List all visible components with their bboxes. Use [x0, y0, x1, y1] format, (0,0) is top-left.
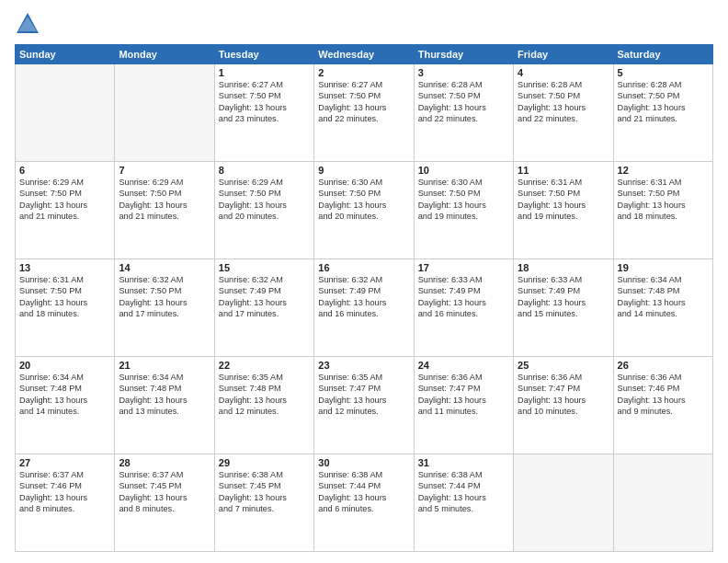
day-info: Sunrise: 6:33 AM Sunset: 7:49 PM Dayligh… — [518, 274, 609, 320]
weekday-header-monday: Monday — [115, 45, 214, 64]
calendar-cell: 13Sunrise: 6:31 AM Sunset: 7:50 PM Dayli… — [16, 259, 115, 357]
calendar-cell: 29Sunrise: 6:38 AM Sunset: 7:45 PM Dayli… — [214, 454, 313, 552]
calendar-cell: 12Sunrise: 6:31 AM Sunset: 7:50 PM Dayli… — [613, 162, 712, 259]
calendar-cell: 25Sunrise: 6:36 AM Sunset: 7:47 PM Dayli… — [514, 357, 613, 454]
weekday-header-row: SundayMondayTuesdayWednesdayThursdayFrid… — [16, 45, 713, 64]
day-info: Sunrise: 6:29 AM Sunset: 7:50 PM Dayligh… — [19, 177, 110, 223]
day-number: 24 — [418, 360, 509, 371]
day-number: 12 — [618, 165, 709, 176]
day-number: 1 — [219, 67, 310, 78]
weekday-header-friday: Friday — [514, 45, 613, 64]
day-number: 7 — [119, 165, 210, 176]
day-number: 4 — [518, 67, 609, 78]
day-info: Sunrise: 6:32 AM Sunset: 7:49 PM Dayligh… — [219, 274, 310, 320]
day-info: Sunrise: 6:29 AM Sunset: 7:50 PM Dayligh… — [119, 177, 210, 223]
day-number: 27 — [19, 457, 110, 468]
day-info: Sunrise: 6:38 AM Sunset: 7:44 PM Dayligh… — [318, 469, 409, 515]
calendar-cell: 23Sunrise: 6:35 AM Sunset: 7:47 PM Dayli… — [314, 357, 414, 454]
calendar-cell: 2Sunrise: 6:27 AM Sunset: 7:50 PM Daylig… — [314, 64, 414, 162]
weekday-header-thursday: Thursday — [414, 45, 513, 64]
calendar-cell: 16Sunrise: 6:32 AM Sunset: 7:49 PM Dayli… — [314, 259, 414, 357]
day-info: Sunrise: 6:36 AM Sunset: 7:46 PM Dayligh… — [618, 372, 709, 418]
calendar-cell: 8Sunrise: 6:29 AM Sunset: 7:50 PM Daylig… — [214, 162, 313, 259]
calendar-cell: 5Sunrise: 6:28 AM Sunset: 7:50 PM Daylig… — [613, 64, 712, 162]
calendar-cell: 6Sunrise: 6:29 AM Sunset: 7:50 PM Daylig… — [16, 162, 115, 259]
calendar-table: SundayMondayTuesdayWednesdayThursdayFrid… — [15, 44, 713, 552]
day-number: 26 — [618, 360, 709, 371]
day-number: 30 — [318, 457, 409, 468]
day-info: Sunrise: 6:38 AM Sunset: 7:45 PM Dayligh… — [219, 469, 310, 515]
day-number: 21 — [119, 360, 210, 371]
day-info: Sunrise: 6:37 AM Sunset: 7:45 PM Dayligh… — [119, 469, 210, 515]
calendar-cell: 11Sunrise: 6:31 AM Sunset: 7:50 PM Dayli… — [514, 162, 613, 259]
calendar-cell: 20Sunrise: 6:34 AM Sunset: 7:48 PM Dayli… — [16, 357, 115, 454]
calendar-cell — [514, 454, 613, 552]
calendar-cell — [115, 64, 214, 162]
day-number: 16 — [318, 262, 409, 273]
day-info: Sunrise: 6:36 AM Sunset: 7:47 PM Dayligh… — [518, 372, 609, 418]
calendar-cell: 18Sunrise: 6:33 AM Sunset: 7:49 PM Dayli… — [514, 259, 613, 357]
day-number: 10 — [418, 165, 509, 176]
calendar-cell: 26Sunrise: 6:36 AM Sunset: 7:46 PM Dayli… — [613, 357, 712, 454]
day-info: Sunrise: 6:27 AM Sunset: 7:50 PM Dayligh… — [318, 79, 409, 125]
calendar-cell: 17Sunrise: 6:33 AM Sunset: 7:49 PM Dayli… — [414, 259, 513, 357]
calendar-cell: 10Sunrise: 6:30 AM Sunset: 7:50 PM Dayli… — [414, 162, 513, 259]
day-info: Sunrise: 6:32 AM Sunset: 7:49 PM Dayligh… — [318, 274, 409, 320]
weekday-header-tuesday: Tuesday — [214, 45, 313, 64]
calendar-cell — [16, 64, 115, 162]
calendar-cell: 1Sunrise: 6:27 AM Sunset: 7:50 PM Daylig… — [214, 64, 313, 162]
calendar-cell: 19Sunrise: 6:34 AM Sunset: 7:48 PM Dayli… — [613, 259, 712, 357]
calendar-cell: 27Sunrise: 6:37 AM Sunset: 7:46 PM Dayli… — [16, 454, 115, 552]
day-info: Sunrise: 6:33 AM Sunset: 7:49 PM Dayligh… — [418, 274, 509, 320]
day-number: 2 — [318, 67, 409, 78]
day-number: 3 — [418, 67, 509, 78]
page: SundayMondayTuesdayWednesdayThursdayFrid… — [0, 0, 728, 563]
calendar-cell: 21Sunrise: 6:34 AM Sunset: 7:48 PM Dayli… — [115, 357, 214, 454]
day-number: 8 — [219, 165, 310, 176]
calendar-cell: 28Sunrise: 6:37 AM Sunset: 7:45 PM Dayli… — [115, 454, 214, 552]
day-info: Sunrise: 6:30 AM Sunset: 7:50 PM Dayligh… — [418, 177, 509, 223]
calendar-week-5: 27Sunrise: 6:37 AM Sunset: 7:46 PM Dayli… — [16, 454, 713, 552]
day-number: 28 — [119, 457, 210, 468]
day-info: Sunrise: 6:27 AM Sunset: 7:50 PM Dayligh… — [219, 79, 310, 125]
header — [15, 11, 713, 37]
day-info: Sunrise: 6:32 AM Sunset: 7:50 PM Dayligh… — [119, 274, 210, 320]
calendar-cell — [613, 454, 712, 552]
weekday-header-saturday: Saturday — [613, 45, 712, 64]
day-number: 6 — [19, 165, 110, 176]
day-info: Sunrise: 6:28 AM Sunset: 7:50 PM Dayligh… — [618, 79, 709, 125]
day-info: Sunrise: 6:35 AM Sunset: 7:47 PM Dayligh… — [318, 372, 409, 418]
day-number: 31 — [418, 457, 509, 468]
calendar-week-3: 13Sunrise: 6:31 AM Sunset: 7:50 PM Dayli… — [16, 259, 713, 357]
day-info: Sunrise: 6:38 AM Sunset: 7:44 PM Dayligh… — [418, 469, 509, 515]
logo-icon — [15, 11, 40, 37]
calendar-cell: 31Sunrise: 6:38 AM Sunset: 7:44 PM Dayli… — [414, 454, 513, 552]
day-number: 13 — [19, 262, 110, 273]
calendar-week-4: 20Sunrise: 6:34 AM Sunset: 7:48 PM Dayli… — [16, 357, 713, 454]
day-info: Sunrise: 6:28 AM Sunset: 7:50 PM Dayligh… — [518, 79, 609, 125]
day-number: 20 — [19, 360, 110, 371]
day-info: Sunrise: 6:34 AM Sunset: 7:48 PM Dayligh… — [119, 372, 210, 418]
day-info: Sunrise: 6:29 AM Sunset: 7:50 PM Dayligh… — [219, 177, 310, 223]
day-number: 19 — [618, 262, 709, 273]
day-number: 25 — [518, 360, 609, 371]
logo — [15, 11, 44, 37]
calendar-cell: 14Sunrise: 6:32 AM Sunset: 7:50 PM Dayli… — [115, 259, 214, 357]
svg-marker-1 — [18, 17, 37, 31]
calendar-cell: 3Sunrise: 6:28 AM Sunset: 7:50 PM Daylig… — [414, 64, 513, 162]
calendar-cell: 30Sunrise: 6:38 AM Sunset: 7:44 PM Dayli… — [314, 454, 414, 552]
day-info: Sunrise: 6:31 AM Sunset: 7:50 PM Dayligh… — [518, 177, 609, 223]
day-info: Sunrise: 6:31 AM Sunset: 7:50 PM Dayligh… — [618, 177, 709, 223]
day-number: 22 — [219, 360, 310, 371]
day-number: 11 — [518, 165, 609, 176]
day-number: 14 — [119, 262, 210, 273]
calendar-cell: 22Sunrise: 6:35 AM Sunset: 7:48 PM Dayli… — [214, 357, 313, 454]
day-info: Sunrise: 6:31 AM Sunset: 7:50 PM Dayligh… — [19, 274, 110, 320]
day-number: 15 — [219, 262, 310, 273]
calendar-cell: 15Sunrise: 6:32 AM Sunset: 7:49 PM Dayli… — [214, 259, 313, 357]
calendar-cell: 9Sunrise: 6:30 AM Sunset: 7:50 PM Daylig… — [314, 162, 414, 259]
day-number: 29 — [219, 457, 310, 468]
calendar-week-2: 6Sunrise: 6:29 AM Sunset: 7:50 PM Daylig… — [16, 162, 713, 259]
day-info: Sunrise: 6:37 AM Sunset: 7:46 PM Dayligh… — [19, 469, 110, 515]
day-info: Sunrise: 6:34 AM Sunset: 7:48 PM Dayligh… — [19, 372, 110, 418]
